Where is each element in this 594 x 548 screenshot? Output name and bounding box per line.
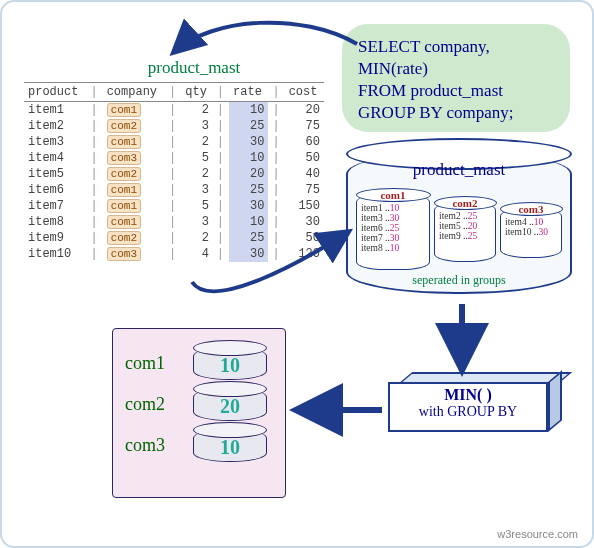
result-label: com3: [125, 435, 179, 456]
min-function-box: MIN( ) with GROUP BY: [388, 372, 566, 432]
watermark: w3resource.com: [497, 528, 578, 540]
table-row: item10|com3|4|30|120: [24, 246, 324, 262]
sql-line: MIN(rate): [358, 58, 560, 80]
table-row: item3|com1|2|30|60: [24, 134, 324, 150]
result-cylinder: 20: [193, 388, 267, 421]
sql-query-box: SELECT company, MIN(rate) FROM product_m…: [342, 24, 570, 132]
col-company: company: [103, 83, 165, 102]
group-cylinder: com2item2 ..25item5 ..20item9 ..25: [434, 202, 496, 262]
table-row: item2|com2|3|25|75: [24, 118, 324, 134]
result-value: 10: [220, 436, 240, 459]
result-cylinder: 10: [193, 347, 267, 380]
sql-line: GROUP BY company;: [358, 102, 560, 124]
grouped-db: product_mast com1item1 ..10item3 ..30ite…: [346, 152, 568, 302]
table-title: product_mast: [64, 58, 324, 78]
result-value: 10: [220, 354, 240, 377]
group-cylinder: com3item4 ..10item10 ..30: [500, 208, 562, 258]
db-title: product_mast: [348, 160, 570, 180]
col-cost: cost: [285, 83, 324, 102]
result-row: com110: [125, 347, 273, 380]
table-row: item5|com2|2|20|40: [24, 166, 324, 182]
col-rate: rate: [229, 83, 268, 102]
result-row: com220: [125, 388, 273, 421]
db-footer: seperated in groups: [348, 273, 570, 288]
sql-line: SELECT company,: [358, 36, 560, 58]
result-label: com2: [125, 394, 179, 415]
product-mast-table: product | company | qty | rate | cost it…: [24, 82, 324, 262]
table-row: item6|com1|3|25|75: [24, 182, 324, 198]
result-label: com1: [125, 353, 179, 374]
group-cylinder: com1item1 ..10item3 ..30item6 ..25item7 …: [356, 194, 430, 270]
table-row: item4|com3|5|10|50: [24, 150, 324, 166]
result-row: com310: [125, 429, 273, 462]
table-row: item8|com1|3|10|30: [24, 214, 324, 230]
sql-line: FROM product_mast: [358, 80, 560, 102]
min-title: MIN( ): [390, 386, 546, 404]
min-subtitle: with GROUP BY: [390, 404, 546, 420]
table-row: item1|com1|2|10|20: [24, 102, 324, 119]
table-row: item7|com1|5|30|150: [24, 198, 324, 214]
result-cylinder: 10: [193, 429, 267, 462]
col-product: product: [24, 83, 86, 102]
result-value: 20: [220, 395, 240, 418]
result-box: com110com220com310: [112, 328, 286, 498]
table-row: item9|com2|2|25|50: [24, 230, 324, 246]
source-table: product_mast product | company | qty | r…: [24, 58, 324, 262]
col-qty: qty: [181, 83, 213, 102]
diagram-canvas: SELECT company, MIN(rate) FROM product_m…: [0, 0, 594, 548]
